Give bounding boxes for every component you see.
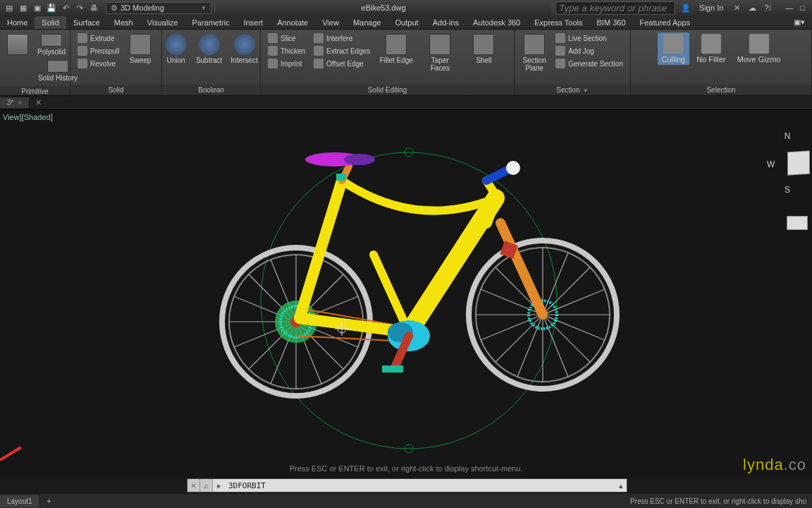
watermark: lynda.co <box>743 456 806 474</box>
svg-line-43 <box>486 170 508 181</box>
subtract-button[interactable]: Subtract <box>193 32 226 66</box>
tab-manage[interactable]: Manage <box>346 16 388 29</box>
culling-icon <box>663 34 683 54</box>
tab-bim360[interactable]: BIM 360 <box>590 16 633 29</box>
close-doc-icon[interactable]: × <box>18 99 22 107</box>
imprint-button[interactable]: Imprint <box>265 58 308 69</box>
box-button[interactable] <box>4 32 31 56</box>
tab-insert[interactable]: Insert <box>237 16 271 29</box>
panel-solid: Solid <box>70 85 161 95</box>
presspull-icon <box>78 46 87 56</box>
live-section-icon <box>555 33 565 43</box>
tab-view[interactable]: View <box>315 16 346 29</box>
tab-home[interactable]: Home <box>0 16 35 29</box>
polysolid-label: Polysolid <box>37 48 66 56</box>
tab-annotate[interactable]: Annotate <box>270 16 315 29</box>
tab-addins[interactable]: Add-ins <box>426 16 466 29</box>
orbit-hint: Press ESC or ENTER to exit, or right-cli… <box>290 464 523 473</box>
cmd-prompt-icon: ▸ <box>213 481 226 490</box>
panel-section[interactable]: Section <box>556 86 579 94</box>
document-title: eBike53.dwg <box>214 3 553 13</box>
undo-icon[interactable]: ↶ <box>61 3 70 13</box>
viewcube-s: S <box>785 185 790 195</box>
search-input[interactable] <box>555 1 675 15</box>
model-viewport[interactable]: View][Shaded] <box>0 110 812 478</box>
sweep-button[interactable]: Sweep <box>125 32 156 66</box>
svg-line-35 <box>374 255 409 332</box>
culling-button[interactable]: Culling <box>658 32 690 65</box>
signin-icon[interactable]: 👤 <box>681 4 691 13</box>
new-icon[interactable]: ▦ <box>18 3 28 13</box>
shell-button[interactable]: Shell <box>463 32 504 66</box>
tab-output[interactable]: Output <box>388 16 426 29</box>
save-icon[interactable]: 💾 <box>47 3 56 13</box>
viewcube[interactable]: N W S <box>767 131 808 195</box>
status-message: Press ESC or ENTER to exit, or right-cli… <box>625 497 812 505</box>
fillet-button[interactable]: Fillet Edge <box>376 32 417 66</box>
command-line[interactable]: × ⌕ ▸ 3DFORBIT ▴ <box>187 478 627 492</box>
tab-solid[interactable]: Solid <box>35 16 66 29</box>
add-layout-button[interactable]: + <box>40 495 59 507</box>
gizmo-button[interactable]: Move Gizmo <box>733 32 785 65</box>
tab-express[interactable]: Express Tools <box>527 16 589 29</box>
layout-tab[interactable]: Layout1 <box>0 495 40 507</box>
redo-icon[interactable]: ↷ <box>75 3 85 13</box>
nofilter-button[interactable]: No Filter <box>692 32 730 65</box>
svg-rect-39 <box>336 174 346 181</box>
add-jog-button[interactable]: Add Jog <box>553 45 626 56</box>
new-doc-tab[interactable]: ✕ <box>30 97 47 109</box>
cmd-history-icon[interactable]: ▴ <box>615 481 627 490</box>
presspull-button[interactable]: Presspull <box>75 45 122 56</box>
panel-boolean: Boolean <box>162 85 260 95</box>
panel-solidedit: Solid Editing <box>261 85 514 95</box>
viewcube-face[interactable] <box>787 150 810 176</box>
revolve-button[interactable]: Revolve <box>75 58 122 69</box>
command-text[interactable]: 3DFORBIT <box>226 481 615 490</box>
cmd-close-icon[interactable]: × <box>187 479 200 492</box>
app-menu-icon[interactable]: ▤ <box>4 3 14 13</box>
print-icon[interactable]: 🖶 <box>89 3 99 13</box>
polysolid-button[interactable]: Polysolid <box>34 32 69 57</box>
tab-mesh[interactable]: Mesh <box>107 16 140 29</box>
minimize-button[interactable]: — <box>785 4 793 12</box>
maximize-button[interactable]: □ <box>800 4 805 12</box>
tab-parametric[interactable]: Parametric <box>185 16 236 29</box>
viewcube-w: W <box>767 159 775 169</box>
live-section-button[interactable]: Live Section <box>553 32 626 44</box>
document-tab[interactable]: 3*× <box>0 97 30 108</box>
taper-button[interactable]: Taper Faces <box>419 32 460 73</box>
section-plane-button[interactable]: Section Plane <box>519 32 550 73</box>
tab-visualize[interactable]: Visualize <box>140 16 185 29</box>
svg-line-52 <box>0 447 21 460</box>
offset-button[interactable]: Offset Edge <box>311 58 373 69</box>
navbar-button[interactable] <box>787 216 808 230</box>
jog-icon <box>555 46 565 56</box>
generate-section-button[interactable]: Generate Section <box>553 58 626 69</box>
svg-point-44 <box>506 161 520 175</box>
svg-line-36 <box>500 223 543 315</box>
open-icon[interactable]: ▣ <box>32 3 42 13</box>
thicken-button[interactable]: Thicken <box>265 45 308 56</box>
tab-featured[interactable]: Featured Apps <box>633 16 698 29</box>
view-label[interactable]: View][Shaded] <box>3 113 53 121</box>
cloud-icon[interactable]: ☁ <box>747 4 757 13</box>
tab-a360[interactable]: Autodesk 360 <box>466 16 527 29</box>
tab-surface[interactable]: Surface <box>66 16 107 29</box>
union-button[interactable]: Union <box>162 32 190 66</box>
help-icon[interactable]: ?⃝ <box>763 4 773 12</box>
panel-primitive: Primitive <box>0 86 70 97</box>
exchange-icon[interactable]: ✕ <box>732 4 742 13</box>
interfere-button[interactable]: Interfere <box>311 32 373 44</box>
workspace-dropdown[interactable]: ⚙ 3D Modeling ▼ <box>106 2 211 14</box>
section-plane-icon <box>524 34 545 55</box>
interfere-icon <box>314 33 324 43</box>
slice-button[interactable]: Slice <box>265 32 308 44</box>
extrude-button[interactable]: Extrude <box>75 32 122 44</box>
signin-link[interactable]: Sign In <box>696 4 726 12</box>
chevron-down-icon[interactable]: ▼ <box>583 87 589 94</box>
generate-icon <box>555 59 565 68</box>
extract-button[interactable]: Extract Edges <box>311 45 373 56</box>
intersect-button[interactable]: Intersect <box>228 32 261 66</box>
tab-options-icon[interactable]: ▣▾ <box>787 16 812 29</box>
cmd-recent-icon[interactable]: ⌕ <box>200 479 213 492</box>
